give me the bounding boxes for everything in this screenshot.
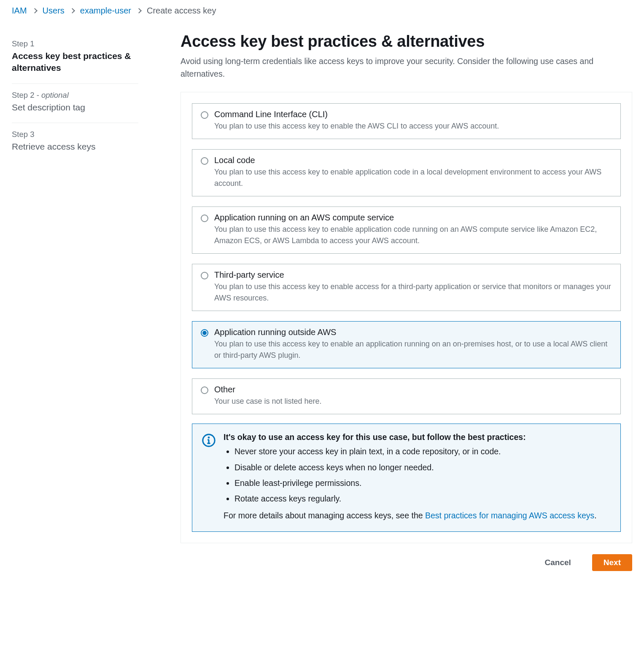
option-desc: You plan to use this access key to enabl… (214, 338, 612, 361)
info-footer: For more details about managing access k… (224, 509, 611, 522)
option-title: Command Line Interface (CLI) (214, 110, 612, 119)
use-case-option[interactable]: Command Line Interface (CLI)You plan to … (192, 103, 621, 139)
info-bullets: Never store your access key in plain tex… (224, 445, 611, 505)
breadcrumb-user[interactable]: example-user (80, 6, 131, 16)
radio-icon[interactable] (201, 157, 208, 165)
option-title: Local code (214, 156, 612, 165)
use-case-option[interactable]: OtherYour use case is not listed here. (192, 378, 621, 414)
breadcrumb-current: Create access key (147, 6, 216, 16)
info-bullet: Rotate access keys regularly. (234, 493, 611, 505)
option-title: Application running outside AWS (214, 327, 612, 337)
cancel-button[interactable]: Cancel (534, 555, 582, 571)
radio-icon[interactable] (201, 111, 208, 119)
use-case-option[interactable]: Third-party serviceYou plan to use this … (192, 264, 621, 311)
option-title: Third-party service (214, 270, 612, 280)
option-desc: You plan to use this access key to enabl… (214, 166, 612, 189)
info-icon (202, 433, 216, 450)
chevron-right-icon (33, 9, 37, 13)
main-content: Access key best practices & alternatives… (181, 32, 632, 571)
info-bullet: Disable or delete access keys when no lo… (234, 461, 611, 474)
radio-icon[interactable] (201, 386, 208, 394)
use-case-option[interactable]: Application running on an AWS compute se… (192, 206, 621, 254)
wizard-step-2[interactable]: Step 2 - optional Set description tag (12, 84, 138, 123)
svg-point-4 (208, 437, 209, 438)
wizard-step-3[interactable]: Step 3 Retrieve access keys (12, 123, 138, 162)
best-practices-link[interactable]: Best practices for managing AWS access k… (425, 511, 594, 520)
option-desc: Your use case is not listed here. (214, 396, 612, 407)
option-title: Other (214, 385, 612, 394)
breadcrumb-users[interactable]: Users (43, 6, 65, 16)
step-title: Retrieve access keys (12, 141, 138, 153)
info-box: It's okay to use an access key for this … (192, 424, 621, 531)
next-button[interactable]: Next (592, 554, 632, 571)
step-label: Step 2 - optional (12, 91, 138, 100)
page-title: Access key best practices & alternatives (181, 32, 632, 51)
use-case-option[interactable]: Application running outside AWSYou plan … (192, 321, 621, 368)
radio-icon[interactable] (201, 215, 208, 222)
wizard-actions: Cancel Next (181, 554, 632, 571)
use-case-option[interactable]: Local codeYou plan to use this access ke… (192, 149, 621, 196)
radio-icon[interactable] (201, 329, 208, 337)
chevron-right-icon (70, 9, 74, 13)
info-title: It's okay to use an access key for this … (224, 432, 611, 442)
breadcrumb-iam[interactable]: IAM (12, 6, 27, 16)
step-title: Set description tag (12, 102, 138, 113)
page-subtitle: Avoid using long-term credentials like a… (181, 55, 632, 80)
radio-icon[interactable] (201, 272, 208, 279)
breadcrumb: IAM Users example-user Create access key (12, 6, 632, 16)
option-desc: You plan to use this access key to enabl… (214, 121, 612, 132)
step-label: Step 1 (12, 39, 138, 48)
wizard-steps: Step 1 Access key best practices & alter… (12, 32, 138, 162)
info-bullet: Enable least-privilege permissions. (234, 477, 611, 489)
option-title: Application running on an AWS compute se… (214, 213, 612, 223)
step-label: Step 3 (12, 130, 138, 139)
option-desc: You plan to use this access key to enabl… (214, 281, 612, 304)
info-bullet: Never store your access key in plain tex… (234, 445, 611, 458)
option-desc: You plan to use this access key to enabl… (214, 224, 612, 247)
step-title: Access key best practices & alternatives (12, 50, 138, 74)
wizard-step-1[interactable]: Step 1 Access key best practices & alter… (12, 32, 138, 84)
chevron-right-icon (137, 9, 141, 13)
use-case-panel: Command Line Interface (CLI)You plan to … (181, 92, 632, 543)
